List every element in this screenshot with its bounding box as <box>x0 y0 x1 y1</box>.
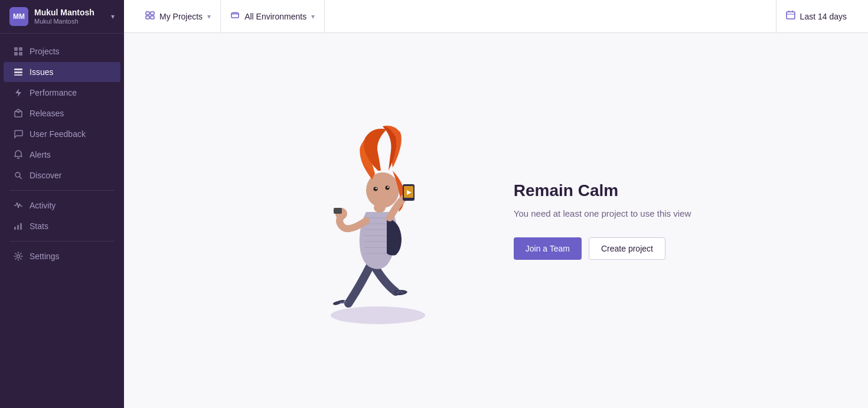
sidebar-item-label: Issues <box>30 67 53 77</box>
project-dropdown-arrow: ▾ <box>207 12 211 21</box>
activity-icon <box>13 200 24 211</box>
sidebar: MM Mukul Mantosh Mukul Mantosh ▾ Project… <box>0 0 124 408</box>
empty-state: Remain Calm You need at least one projec… <box>124 33 868 408</box>
env-label: All Environments <box>244 12 306 21</box>
sidebar-item-discover[interactable]: Discover <box>4 165 120 185</box>
org-switcher[interactable]: MM Mukul Mantosh Mukul Mantosh ▾ <box>0 0 124 34</box>
svg-rect-5 <box>14 71 22 73</box>
sidebar-item-activity[interactable]: Activity <box>4 195 120 216</box>
svg-rect-24 <box>787 12 795 19</box>
svg-rect-0 <box>14 47 18 51</box>
chat-icon <box>13 129 24 139</box>
svg-line-13 <box>19 204 21 206</box>
svg-rect-15 <box>14 227 16 230</box>
sidebar-item-releases[interactable]: Releases <box>4 103 120 123</box>
env-icon <box>230 11 240 22</box>
sidebar-item-label: Projects <box>30 47 60 56</box>
svg-rect-3 <box>19 52 22 56</box>
create-project-button[interactable]: Create project <box>589 237 665 260</box>
svg-rect-1 <box>19 47 22 51</box>
env-dropdown-arrow: ▾ <box>311 12 315 21</box>
sidebar-item-label: Alerts <box>30 150 51 159</box>
sidebar-item-projects[interactable]: Projects <box>4 41 120 61</box>
empty-text-section: Remain Calm You need at least one projec… <box>514 181 691 260</box>
main-content: My Projects ▾ All Environments ▾ <box>124 0 868 408</box>
org-sub: Mukul Mantosh <box>34 18 105 25</box>
svg-rect-22 <box>151 16 154 19</box>
empty-title: Remain Calm <box>514 181 691 200</box>
sidebar-item-settings[interactable]: Settings <box>4 246 120 266</box>
svg-rect-4 <box>14 68 22 70</box>
illustration <box>301 115 466 327</box>
empty-subtitle: You need at least one project to use thi… <box>514 207 691 221</box>
date-range-label: Last 14 days <box>800 12 847 21</box>
empty-actions: Join a Team Create project <box>514 237 691 260</box>
sidebar-item-stats[interactable]: Stats <box>4 216 120 236</box>
sidebar-item-label: User Feedback <box>30 129 86 139</box>
bell-icon <box>13 149 24 160</box>
environment-selector[interactable]: All Environments ▾ <box>221 0 325 32</box>
empty-content: Remain Calm You need at least one projec… <box>301 115 691 327</box>
svg-rect-20 <box>151 12 154 15</box>
grid-icon <box>13 46 24 57</box>
sidebar-item-label: Discover <box>30 171 61 180</box>
project-label: My Projects <box>159 12 203 21</box>
sidebar-item-label: Stats <box>30 221 48 231</box>
sidebar-item-label: Releases <box>30 109 64 118</box>
sidebar-item-performance[interactable]: Performance <box>4 83 120 103</box>
svg-rect-33 <box>334 208 342 214</box>
sidebar-item-label: Performance <box>30 88 77 97</box>
sidebar-item-alerts[interactable]: Alerts <box>4 145 120 165</box>
stats-icon <box>13 221 24 231</box>
project-selector[interactable]: My Projects ▾ <box>136 0 221 32</box>
nav-divider-2 <box>9 241 115 241</box>
svg-rect-17 <box>20 223 22 230</box>
svg-point-31 <box>387 186 389 187</box>
gear-icon <box>13 251 24 262</box>
sidebar-nav: Projects Issues Performance <box>0 34 124 408</box>
svg-rect-6 <box>14 74 22 76</box>
org-name: Mukul Mantosh <box>34 8 105 18</box>
sidebar-item-user-feedback[interactable]: User Feedback <box>4 124 120 144</box>
svg-point-28 <box>373 187 377 191</box>
sidebar-item-label: Activity <box>30 201 56 210</box>
nav-divider <box>9 190 115 191</box>
topbar: My Projects ▾ All Environments ▾ <box>124 0 868 33</box>
chevron-down-icon: ▾ <box>111 12 115 21</box>
package-icon <box>13 108 24 119</box>
org-info: Mukul Mantosh Mukul Mantosh <box>34 8 105 25</box>
projects-topbar-icon <box>145 11 155 22</box>
telescope-icon <box>13 170 24 181</box>
avatar: MM <box>9 7 28 26</box>
date-range-selector[interactable]: Last 14 days <box>776 0 856 32</box>
svg-point-29 <box>385 185 389 190</box>
svg-point-30 <box>376 187 377 188</box>
lightning-icon <box>13 87 24 98</box>
svg-point-25 <box>331 306 425 324</box>
layers-icon <box>13 67 24 77</box>
svg-rect-21 <box>146 16 149 19</box>
svg-point-18 <box>17 255 20 258</box>
svg-rect-19 <box>146 12 149 15</box>
svg-rect-23 <box>231 13 239 18</box>
sidebar-item-label: Settings <box>30 252 60 261</box>
calendar-icon <box>786 11 795 22</box>
svg-rect-16 <box>17 225 19 230</box>
svg-rect-2 <box>14 52 18 56</box>
join-team-button[interactable]: Join a Team <box>514 237 582 260</box>
sidebar-item-issues[interactable]: Issues <box>4 62 120 82</box>
